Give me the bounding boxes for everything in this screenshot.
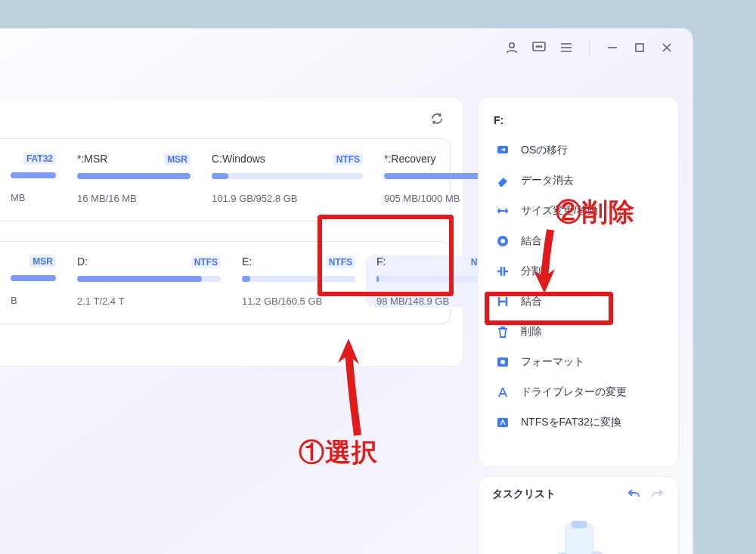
partition-name: C:Windows — [212, 153, 265, 165]
minimize-icon[interactable] — [605, 40, 620, 55]
action-label: NTFSをFAT32に変換 — [521, 416, 621, 429]
account-icon[interactable] — [504, 40, 519, 55]
action-label: OSの移行 — [521, 144, 568, 157]
partition-name: *:Recovery — [384, 153, 435, 165]
partition-card[interactable]: MSRB — [0, 255, 67, 307]
svg-point-2 — [536, 46, 537, 47]
svg-rect-13 — [572, 521, 587, 528]
usage-bar — [11, 275, 56, 281]
erase-icon — [495, 173, 510, 188]
partition-card[interactable]: FAT32MB — [0, 153, 67, 204]
annotation-text-1: ①選択 — [299, 435, 378, 470]
annotation-box-1 — [318, 215, 454, 296]
partition-name: E: — [242, 255, 252, 268]
titlebar-separator — [589, 39, 590, 56]
task-list-panel: タスクリスト — [478, 476, 679, 554]
svg-point-3 — [538, 46, 539, 47]
action-convert[interactable]: NTFSをFAT32に変換 — [492, 407, 675, 438]
action-label: フォーマット — [521, 355, 584, 369]
annotation-arrow-2 — [528, 227, 565, 298]
refresh-icon[interactable] — [429, 111, 446, 128]
resize-icon — [495, 203, 510, 218]
svg-rect-5 — [636, 44, 643, 51]
usage-bar — [77, 173, 191, 179]
partition-size: MB — [11, 192, 56, 203]
partition-fs: FAT32 — [23, 153, 56, 165]
redo-icon[interactable] — [651, 487, 665, 501]
annotation-text-2: ②削除 — [556, 195, 635, 230]
partition-size: 11.2 GB/160.5 GB — [242, 296, 355, 307]
partition-card[interactable]: C:WindowsNTFS101.9 GB/952.8 GB — [201, 153, 373, 204]
usage-bar — [77, 276, 221, 282]
partition-fs: NTFS — [191, 256, 221, 268]
close-icon[interactable] — [659, 40, 674, 55]
clone-icon — [495, 234, 510, 249]
partition-card[interactable]: D:NTFS2.1 T/2.4 T — [67, 255, 231, 307]
partition-fs: NTFS — [333, 153, 363, 166]
menu-icon[interactable] — [559, 40, 574, 55]
usage-bar — [212, 173, 363, 179]
maximize-icon[interactable] — [632, 40, 647, 55]
task-empty-illustration — [552, 518, 605, 554]
partition-size: B — [11, 295, 56, 306]
action-clone[interactable]: 結合 — [492, 226, 675, 256]
convert-icon — [495, 415, 510, 430]
action-label: ドライブレターの変更 — [521, 385, 627, 399]
split-icon — [495, 264, 510, 279]
format-icon — [495, 354, 510, 370]
letter-icon — [495, 385, 510, 400]
delete-icon — [495, 324, 510, 339]
action-split[interactable]: 分割 — [492, 256, 675, 286]
disk-1: FAT32MB*:MSRMSR16 MB/16 MBC:WindowsNTFS1… — [0, 138, 451, 221]
partition-fs: MSR — [29, 255, 56, 268]
usage-bar — [11, 172, 56, 178]
partition-fs: MSR — [164, 153, 191, 166]
partition-size: 16 MB/16 MB — [77, 193, 191, 204]
undo-icon[interactable] — [627, 487, 640, 501]
partition-size: 101.9 GB/952.8 GB — [212, 193, 363, 204]
annotation-arrow-1 — [336, 339, 374, 440]
migrate-icon — [495, 143, 510, 158]
svg-point-8 — [500, 239, 505, 243]
action-letter[interactable]: ドライブレターの変更 — [492, 377, 675, 407]
task-list-title: タスクリスト — [492, 487, 556, 501]
action-label: 削除 — [521, 325, 542, 339]
partition-size: 2.1 T/2.4 T — [77, 296, 221, 307]
svg-point-4 — [541, 46, 541, 47]
selected-partition-title: F: — [494, 114, 675, 126]
action-label: データ消去 — [521, 174, 574, 187]
action-format[interactable]: フォーマット — [492, 347, 675, 377]
action-migrate[interactable]: OSの移行 — [492, 135, 675, 166]
titlebar — [504, 29, 692, 67]
app-window: FAT32MB*:MSRMSR16 MB/16 MBC:WindowsNTFS1… — [0, 29, 692, 554]
svg-point-10 — [500, 360, 505, 364]
partition-name: *:MSR — [77, 153, 107, 165]
action-panel: F: OSの移行データ消去サイズ変更/移動結合分割結合削除フォーマットドライブレ… — [478, 97, 679, 467]
partition-card[interactable]: *:MSRMSR16 MB/16 MB — [67, 153, 201, 204]
svg-point-0 — [510, 43, 514, 48]
feedback-icon[interactable] — [531, 40, 547, 55]
partition-name: D: — [77, 255, 88, 268]
action-erase[interactable]: データ消去 — [492, 166, 675, 196]
